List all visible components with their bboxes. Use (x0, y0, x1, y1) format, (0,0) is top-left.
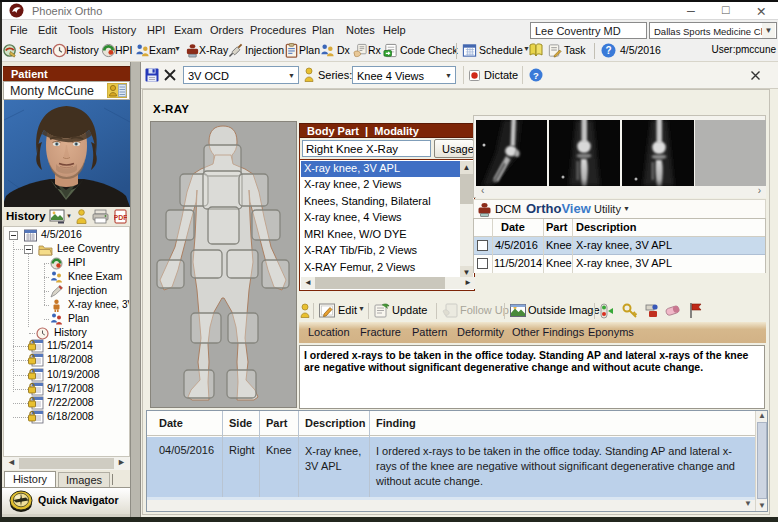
svg-text:?: ? (605, 45, 611, 56)
svg-text:?: ? (533, 70, 539, 81)
svg-text:PDF: PDF (114, 214, 127, 221)
